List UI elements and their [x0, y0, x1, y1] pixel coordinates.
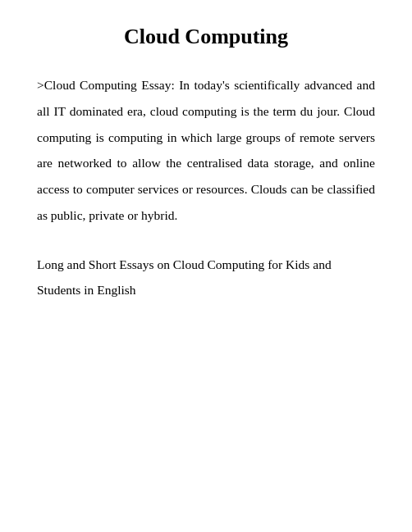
- secondary-paragraph: Long and Short Essays on Cloud Computing…: [37, 252, 375, 304]
- page-container: Cloud Computing >Cloud Computing Essay: …: [0, 0, 412, 532]
- main-paragraph: >Cloud Computing Essay: In today's scien…: [37, 72, 375, 229]
- page-title: Cloud Computing: [37, 25, 375, 49]
